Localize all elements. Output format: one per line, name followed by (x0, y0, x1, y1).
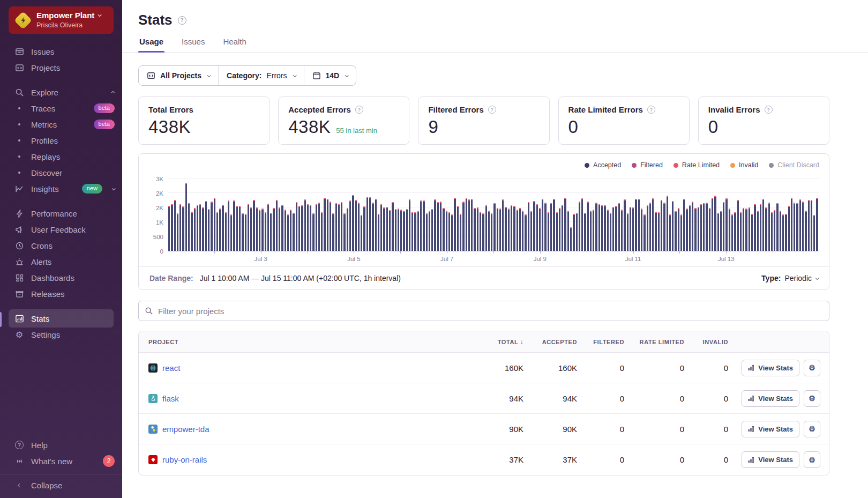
gear-icon: ⚙ (14, 330, 25, 340)
view-stats-button[interactable]: View Stats (742, 390, 799, 407)
help-icon[interactable]: ? (765, 106, 773, 114)
accepted-rate-text: 55 in last min (336, 127, 377, 135)
search-icon (145, 307, 153, 317)
help-icon[interactable]: ? (355, 106, 363, 114)
sidebar-item-insights[interactable]: Insights new (0, 181, 122, 197)
table-row: flask 94K 94K 0 0 0 View Stats ⚙ (139, 383, 829, 414)
chart-plot (168, 176, 819, 251)
python-platform-icon (148, 425, 158, 434)
bullet-icon: • (14, 152, 25, 161)
sidebar-item-stats[interactable]: Stats (0, 310, 122, 326)
legend-dot (632, 163, 637, 168)
page-help-icon[interactable]: ? (178, 16, 186, 25)
sidebar-item-help[interactable]: ? Help (0, 437, 122, 453)
sidebar-item-metrics[interactable]: • Metrics beta (0, 116, 122, 132)
category-filter-dropdown[interactable]: Category: Errors (218, 66, 303, 85)
tab-health[interactable]: Health (222, 37, 247, 52)
sidebar-item-dashboards[interactable]: Dashboards (0, 270, 122, 286)
sidebar-item-projects[interactable]: Projects (0, 60, 122, 76)
filter-bar: All Projects Category: Errors 14D (138, 65, 356, 86)
beta-badge: beta (94, 120, 115, 129)
bullet-icon: • (14, 136, 25, 145)
projects-icon (14, 63, 25, 72)
bullet-icon: • (14, 120, 25, 129)
table-row: react 160K 160K 0 0 0 View Stats ⚙ (139, 353, 829, 383)
siren-icon (14, 257, 25, 266)
project-settings-button[interactable]: ⚙ (804, 360, 820, 376)
help-icon[interactable]: ? (488, 106, 496, 114)
sidebar-item-alerts[interactable]: Alerts (0, 254, 122, 270)
help-icon[interactable]: ? (647, 106, 655, 114)
view-stats-button[interactable]: View Stats (742, 360, 799, 376)
new-badge: new (82, 184, 102, 193)
legend-dot (769, 163, 774, 168)
projects-table: PROJECT TOTAL↓ ACCEPTED FILTERED RATE LI… (138, 331, 829, 475)
chart-footer: Date Range: Jul 1 10:00 AM — Jul 15 11:0… (139, 266, 829, 289)
legend-invalid[interactable]: Invalid (730, 161, 758, 169)
search-input[interactable] (138, 301, 829, 321)
chevron-down-icon (112, 187, 116, 190)
sidebar-collapse-button[interactable]: Collapse (0, 474, 122, 490)
sidebar-item-settings[interactable]: ⚙ Settings (0, 326, 122, 343)
dashboards-icon (14, 273, 25, 283)
table-header: PROJECT TOTAL↓ ACCEPTED FILTERED RATE LI… (139, 331, 829, 353)
insights-icon (14, 184, 25, 194)
react-platform-icon (148, 363, 158, 373)
view-stats-button[interactable]: View Stats (742, 451, 799, 468)
sidebar-item-performance[interactable]: Performance (0, 205, 122, 221)
sidebar-item-profiles[interactable]: • Profiles (0, 132, 122, 148)
project-link[interactable]: ruby-on-rails (162, 455, 207, 464)
clock-icon (14, 241, 25, 250)
project-settings-button[interactable]: ⚙ (804, 421, 820, 437)
legend-dot (730, 163, 735, 168)
chevron-down-icon (345, 73, 349, 77)
chevron-down-icon (207, 73, 211, 77)
calendar-icon (312, 71, 321, 80)
project-settings-button[interactable]: ⚙ (804, 451, 820, 468)
sidebar-item-explore[interactable]: Explore (0, 84, 122, 100)
bullet-icon: • (14, 168, 25, 177)
project-settings-button[interactable]: ⚙ (804, 390, 820, 407)
tab-usage[interactable]: Usage (138, 37, 164, 52)
accepted-errors-value: 438K (288, 117, 331, 137)
filtered-errors-value: 9 (428, 117, 438, 137)
sidebar-item-replays[interactable]: • Replays (0, 148, 122, 165)
legend-filtered[interactable]: Filtered (632, 161, 663, 169)
rate-limited-errors-value: 0 (568, 117, 579, 137)
sidebar-item-traces[interactable]: • Traces beta (0, 100, 122, 116)
view-stats-button[interactable]: View Stats (742, 421, 799, 437)
chevron-down-icon (815, 276, 819, 280)
archive-icon (14, 289, 25, 299)
date-range-label: Date Range: (149, 274, 193, 283)
usage-chart-card: Accepted Filtered Rate Limited Invalid C… (138, 153, 829, 290)
sidebar-item-discover[interactable]: • Discover (0, 165, 122, 181)
sidebar-item-issues[interactable]: Issues (0, 43, 122, 60)
column-total-sort[interactable]: TOTAL↓ (466, 338, 523, 346)
sidebar-item-releases[interactable]: Releases (0, 286, 122, 302)
chart-type-dropdown[interactable]: Type: Periodic (761, 274, 818, 283)
legend-accepted[interactable]: Accepted (585, 161, 621, 169)
date-range-value: Jul 1 10:00 AM — Jul 15 11:00 AM (+02:00… (200, 274, 401, 283)
date-range-dropdown[interactable]: 14D (304, 66, 356, 85)
tab-issues[interactable]: Issues (181, 37, 206, 52)
sidebar-item-whats-new[interactable]: What's new 2 (0, 453, 122, 469)
project-link[interactable]: empower-tda (162, 425, 209, 434)
sidebar-item-crons[interactable]: Crons (0, 237, 122, 254)
legend-client-discard[interactable]: Client Discard (769, 161, 819, 169)
org-switcher[interactable]: Empower Plant Priscila Oliveira (9, 6, 114, 34)
active-indicator (0, 312, 2, 327)
tab-bar: Usage Issues Health (122, 37, 868, 53)
gear-icon: ⚙ (809, 425, 815, 433)
legend-rate-limited[interactable]: Rate Limited (674, 161, 720, 169)
chart-y-axis: 05001K2K2K3K (147, 176, 168, 251)
lightning-icon (14, 209, 25, 218)
project-filter-dropdown[interactable]: All Projects (139, 66, 218, 85)
gear-icon: ⚙ (809, 456, 815, 464)
chart-x-axis: Jul 3Jul 5Jul 7Jul 9Jul 11Jul 13 (168, 251, 819, 265)
sidebar-item-user-feedback[interactable]: User Feedback (0, 221, 122, 237)
project-link[interactable]: flask (162, 394, 179, 403)
search-icon (14, 88, 25, 97)
flask-platform-icon (148, 394, 158, 403)
card-filtered-errors: Filtered Errors? 9 (418, 96, 549, 145)
project-link[interactable]: react (162, 363, 180, 373)
